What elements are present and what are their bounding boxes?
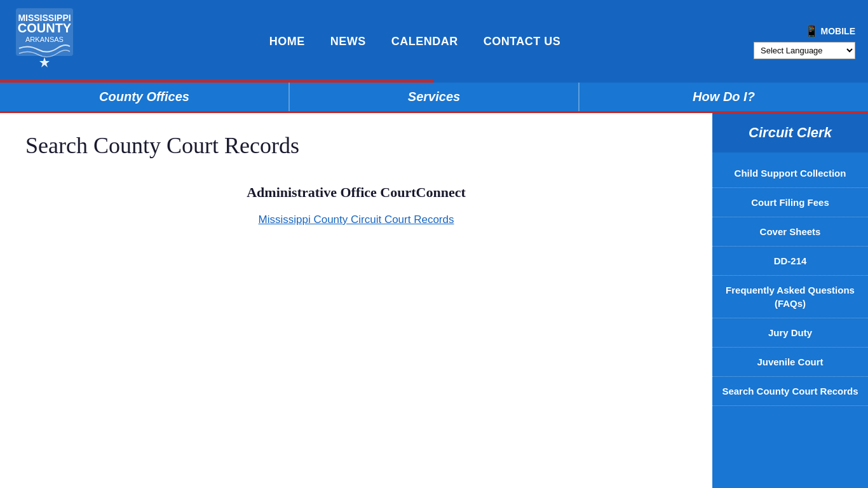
top-right: 📱 MOBILE Select Language Spanish French <box>754 24 855 59</box>
main-content: Search County Court Records Administrati… <box>0 113 712 488</box>
logo-container: MISSISSIPPI COUNTY ARKANSAS <box>13 5 76 78</box>
svg-text:ARKANSAS: ARKANSAS <box>25 36 64 43</box>
secondary-nav: County Offices Services How Do I? <box>0 83 868 113</box>
mobile-icon: 📱 <box>804 24 818 38</box>
main-nav: HOME NEWS CALENDAR CONTACT US <box>269 35 561 48</box>
sidebar-title: Circuit Clerk <box>712 113 868 152</box>
svg-marker-4 <box>39 57 50 67</box>
court-records-link[interactable]: Mississippi County Circuit Court Records <box>25 214 687 226</box>
nav-how-do-i[interactable]: How Do I? <box>580 83 868 111</box>
section-heading: Administrative Office CourtConnect <box>25 184 687 201</box>
sidebar-item-cover-sheets[interactable]: Cover Sheets <box>712 217 868 247</box>
nav-services[interactable]: Services <box>290 83 580 111</box>
sidebar: Circuit Clerk Child Support Collection C… <box>712 113 868 488</box>
sidebar-item-child-support[interactable]: Child Support Collection <box>712 159 868 188</box>
svg-text:COUNTY: COUNTY <box>18 21 72 35</box>
mobile-link[interactable]: 📱 MOBILE <box>804 24 855 38</box>
top-bar: MISSISSIPPI COUNTY ARKANSAS HOME NEWS CA… <box>0 0 868 83</box>
logo-icon: MISSISSIPPI COUNTY ARKANSAS <box>13 5 76 78</box>
page-title: Search County Court Records <box>25 132 687 159</box>
sidebar-item-dd214[interactable]: DD-214 <box>712 247 868 276</box>
nav-calendar[interactable]: CALENDAR <box>391 35 458 48</box>
nav-contact[interactable]: CONTACT US <box>484 35 561 48</box>
sidebar-item-court-filing[interactable]: Court Filing Fees <box>712 188 868 217</box>
mobile-label: MOBILE <box>821 26 855 36</box>
sidebar-item-search-court-records[interactable]: Search County Court Records <box>712 377 868 406</box>
nav-county-offices[interactable]: County Offices <box>0 83 290 111</box>
content-wrapper: Search County Court Records Administrati… <box>0 113 868 488</box>
language-select[interactable]: Select Language Spanish French <box>754 42 855 59</box>
nav-home[interactable]: HOME <box>269 35 305 48</box>
nav-news[interactable]: NEWS <box>330 35 366 48</box>
sidebar-item-faqs[interactable]: Frequently Asked Questions (FAQs) <box>712 276 868 318</box>
sidebar-item-juvenile-court[interactable]: Juvenile Court <box>712 348 868 377</box>
sidebar-item-jury-duty[interactable]: Jury Duty <box>712 318 868 348</box>
